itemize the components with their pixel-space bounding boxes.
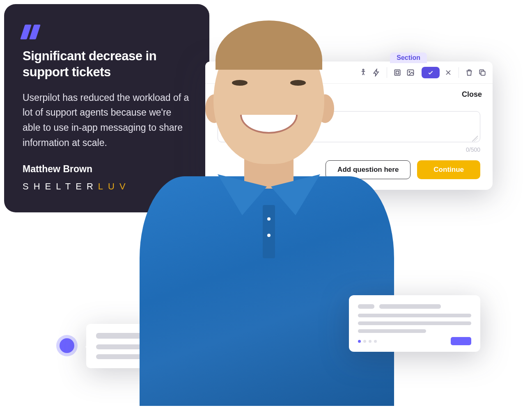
- hotspot-beacon[interactable]: [60, 338, 74, 353]
- carousel-dots[interactable]: [358, 340, 377, 343]
- person-photo: [148, 12, 378, 406]
- section-tab[interactable]: Section: [390, 52, 427, 63]
- copy-icon[interactable]: [478, 68, 487, 77]
- resize-handle-icon[interactable]: [472, 136, 478, 141]
- skeleton-line: [358, 304, 374, 309]
- frame-icon[interactable]: [393, 68, 402, 77]
- trash-icon[interactable]: [465, 68, 474, 77]
- onboarding-card: [349, 295, 480, 352]
- confirm-button[interactable]: [422, 67, 440, 78]
- image-icon[interactable]: [406, 68, 415, 77]
- onboarding-next-button[interactable]: [451, 337, 471, 345]
- survey-close-link[interactable]: Close: [462, 90, 482, 99]
- continue-button[interactable]: Continue: [417, 160, 480, 179]
- svg-rect-1: [394, 70, 400, 75]
- skeleton-line: [358, 314, 471, 317]
- svg-rect-2: [396, 71, 399, 74]
- svg-point-4: [409, 71, 410, 73]
- skeleton-line: [358, 321, 471, 325]
- close-icon[interactable]: [444, 68, 453, 77]
- skeleton-line: [379, 304, 441, 309]
- skeleton-line: [358, 329, 426, 333]
- svg-rect-5: [481, 71, 485, 75]
